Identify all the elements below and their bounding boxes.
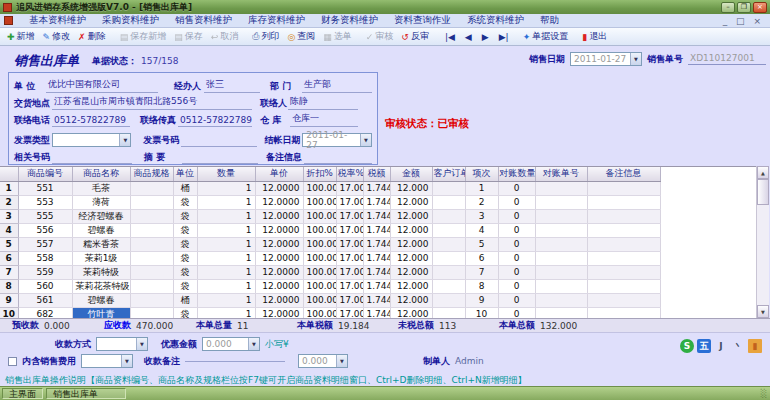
discount-cell[interactable]: 100.00 bbox=[303, 209, 336, 223]
amount-cell[interactable]: 12.000 bbox=[390, 265, 432, 279]
amount-cell[interactable]: 12.000 bbox=[390, 209, 432, 223]
amount-cell[interactable]: 12.000 bbox=[390, 195, 432, 209]
menu-item[interactable]: 系统资料维护 bbox=[459, 14, 532, 27]
tray-icon[interactable]: 丶 bbox=[731, 339, 745, 353]
toolbar-button[interactable]: ✗ 删除 bbox=[74, 28, 110, 45]
invoice-type-select[interactable]: ▼ bbox=[52, 133, 132, 147]
vertical-scrollbar[interactable]: ▲ ▼ bbox=[756, 166, 769, 318]
tax-cell[interactable]: 1.744 bbox=[363, 237, 390, 251]
price-cell[interactable]: 12.0000 bbox=[255, 223, 303, 237]
menu-item[interactable]: 资料查询作业 bbox=[386, 14, 459, 27]
toolbar-button[interactable]: ↺ 反审 bbox=[397, 28, 433, 45]
recon-qty-cell[interactable]: 0 bbox=[498, 195, 535, 209]
recon-no-cell[interactable] bbox=[535, 293, 587, 307]
table-row[interactable]: 6 558 茉莉1级 袋 1 12.0000 100.00 17.00 1.74… bbox=[0, 251, 660, 265]
toolbar-button[interactable]: ▮ 退出 bbox=[578, 28, 611, 45]
product-code-cell[interactable]: 561 bbox=[18, 293, 72, 307]
customer-order-cell[interactable] bbox=[432, 251, 465, 265]
toolbar-button[interactable]: ✚ 新增 bbox=[3, 28, 39, 45]
line-remark-cell[interactable] bbox=[587, 251, 660, 265]
unit-cell[interactable]: 袋 bbox=[173, 279, 197, 293]
unit-cell[interactable]: 袋 bbox=[173, 209, 197, 223]
toolbar-button[interactable]: ✓ 审核 bbox=[362, 28, 398, 45]
price-cell[interactable]: 12.0000 bbox=[255, 265, 303, 279]
unit-field[interactable]: 优比中国有限公司 bbox=[46, 78, 158, 93]
row-number-cell[interactable]: 10 bbox=[0, 307, 18, 318]
qty-cell[interactable]: 1 bbox=[197, 209, 255, 223]
recon-qty-cell[interactable]: 0 bbox=[498, 223, 535, 237]
qty-cell[interactable]: 1 bbox=[197, 279, 255, 293]
menu-item[interactable]: 财务资料维护 bbox=[313, 14, 386, 27]
amount-cell[interactable]: 12.000 bbox=[390, 251, 432, 265]
invoice-no-field[interactable] bbox=[181, 145, 257, 147]
chevron-down-icon[interactable]: ▼ bbox=[119, 134, 130, 146]
unit-cell[interactable]: 桶 bbox=[173, 293, 197, 307]
price-cell[interactable]: 12.0000 bbox=[255, 237, 303, 251]
customer-order-cell[interactable] bbox=[432, 293, 465, 307]
seq-cell[interactable]: 9 bbox=[465, 293, 498, 307]
grid-header-cell[interactable]: 税额 bbox=[363, 167, 390, 181]
grid-header-cell[interactable]: 商品编号 bbox=[18, 167, 72, 181]
recon-qty-cell[interactable]: 0 bbox=[498, 265, 535, 279]
row-number-cell[interactable]: 9 bbox=[0, 293, 18, 307]
chevron-down-icon[interactable]: ▼ bbox=[121, 355, 132, 367]
product-name-cell[interactable]: 碧螺春 bbox=[72, 223, 130, 237]
product-name-cell[interactable]: 毛茶 bbox=[72, 181, 130, 195]
tax-rate-cell[interactable]: 17.00 bbox=[336, 223, 363, 237]
tax-rate-cell[interactable]: 17.00 bbox=[336, 293, 363, 307]
price-cell[interactable]: 12.0000 bbox=[255, 293, 303, 307]
tax-rate-cell[interactable]: 17.00 bbox=[336, 237, 363, 251]
remark-field[interactable] bbox=[304, 162, 372, 164]
unit-cell[interactable]: 袋 bbox=[173, 251, 197, 265]
qty-cell[interactable]: 1 bbox=[197, 181, 255, 195]
amount-cell[interactable]: 12.000 bbox=[390, 293, 432, 307]
receipt-note-field[interactable] bbox=[185, 360, 285, 362]
table-row[interactable]: 4 556 碧螺春 袋 1 12.0000 100.00 17.00 1.744… bbox=[0, 223, 660, 237]
grid-header-cell[interactable]: 对账单号 bbox=[535, 167, 587, 181]
table-row[interactable]: 8 560 茉莉花茶特级 袋 1 12.0000 100.00 17.00 1.… bbox=[0, 279, 660, 293]
recon-no-cell[interactable] bbox=[535, 251, 587, 265]
toolbar-button[interactable]: |◀ bbox=[439, 30, 459, 44]
toolbar-button[interactable]: ✦ 单据设置 bbox=[519, 28, 573, 45]
seq-cell[interactable]: 1 bbox=[465, 181, 498, 195]
minimize-button[interactable]: – bbox=[721, 2, 735, 13]
grid-header-cell[interactable]: 备注信息 bbox=[587, 167, 660, 181]
seq-cell[interactable]: 10 bbox=[465, 307, 498, 318]
grid-header-cell[interactable] bbox=[0, 167, 18, 181]
product-code-cell[interactable]: 682 bbox=[18, 307, 72, 318]
qty-cell[interactable]: 1 bbox=[197, 293, 255, 307]
price-cell[interactable]: 12.0000 bbox=[255, 195, 303, 209]
discount-cell[interactable]: 100.00 bbox=[303, 251, 336, 265]
toolbar-button[interactable]: ▤ 保存 bbox=[170, 28, 207, 45]
grid-header-cell[interactable]: 数量 bbox=[197, 167, 255, 181]
tax-rate-cell[interactable]: 17.00 bbox=[336, 209, 363, 223]
unpaid-amount-select[interactable]: 0.000 ▼ bbox=[298, 354, 348, 368]
product-code-cell[interactable]: 556 bbox=[18, 223, 72, 237]
unit-cell[interactable]: 袋 bbox=[173, 307, 197, 318]
seq-cell[interactable]: 3 bbox=[465, 209, 498, 223]
statusbar-main-segment[interactable]: 主界面 bbox=[2, 388, 43, 399]
product-code-cell[interactable]: 558 bbox=[18, 251, 72, 265]
price-cell[interactable]: 12.0000 bbox=[255, 279, 303, 293]
price-cell[interactable]: 12.0000 bbox=[255, 209, 303, 223]
grid-header-cell[interactable]: 金额 bbox=[390, 167, 432, 181]
resize-grip[interactable]: ░ bbox=[761, 389, 768, 398]
close-button[interactable]: × bbox=[753, 2, 767, 13]
menu-item[interactable]: 销售资料维护 bbox=[167, 14, 240, 27]
chevron-down-icon[interactable]: ▼ bbox=[630, 53, 641, 65]
tax-cell[interactable]: 1.744 bbox=[363, 251, 390, 265]
price-cell[interactable]: 12.0000 bbox=[255, 251, 303, 265]
product-spec-cell[interactable] bbox=[130, 251, 173, 265]
price-cell[interactable]: 12.0000 bbox=[255, 181, 303, 195]
table-row[interactable]: 7 559 茉莉特级 袋 1 12.0000 100.00 17.00 1.74… bbox=[0, 265, 660, 279]
line-remark-cell[interactable] bbox=[587, 181, 660, 195]
product-spec-cell[interactable] bbox=[130, 209, 173, 223]
qty-cell[interactable]: 1 bbox=[197, 307, 255, 318]
grid-header-cell[interactable]: 折扣% bbox=[303, 167, 336, 181]
summary-field[interactable] bbox=[182, 162, 258, 164]
phone-field[interactable]: 0512-57822789 bbox=[52, 115, 130, 127]
scroll-down-icon[interactable]: ▼ bbox=[757, 305, 769, 318]
tray-icon[interactable]: J bbox=[714, 339, 728, 353]
menu-item[interactable]: 库存资料维护 bbox=[240, 14, 313, 27]
customer-order-cell[interactable] bbox=[432, 307, 465, 318]
